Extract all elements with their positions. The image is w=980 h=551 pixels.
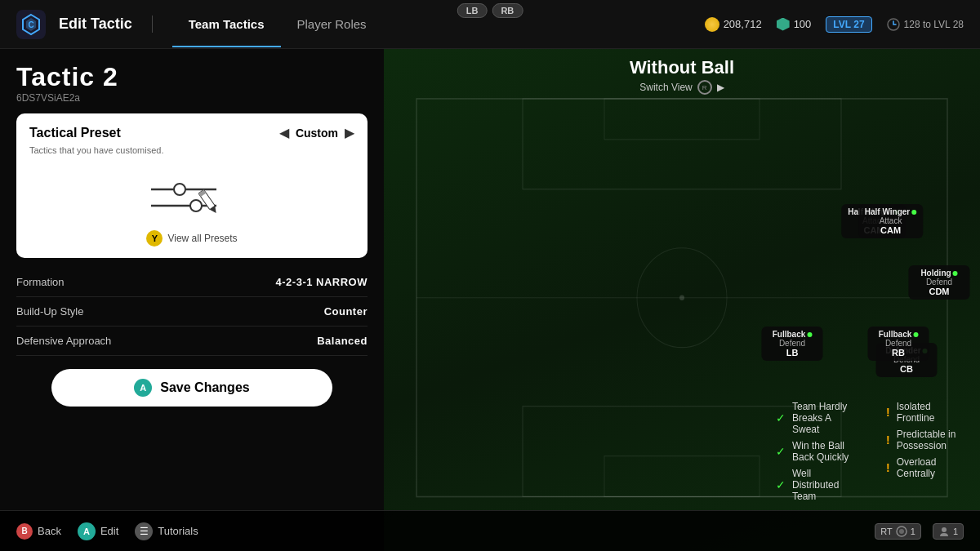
buildup-row[interactable]: Build-Up Style Counter [16,297,368,327]
preset-card-header: Tactical Preset ◀ Custom ▶ [29,125,354,140]
xp-badge: 128 to LVL 28 [887,18,964,31]
xp-icon [887,18,900,31]
preset-next-arrow[interactable]: ▶ [345,125,354,140]
xp-text: 128 to LVL 28 [904,19,964,30]
svg-rect-15 [604,456,760,497]
svg-text:C: C [28,20,33,29]
insights-area: ✓ Team Hardly Breaks A Sweat ✓ Win the B… [776,401,964,507]
buildup-label: Build-Up Style [16,305,83,318]
view-all-presets[interactable]: Y View all Presets [29,230,354,247]
insight-good-3: ✓ Well Distributed Team [776,468,853,502]
cam-right-role: Half Winger [865,207,916,216]
page-title: Edit Tactic [59,16,153,33]
a-button-edit: A [78,522,96,540]
app-logo: C [16,10,46,39]
bottom-bar: B Back A Edit ☰ Tutorials RT 1 1 [0,510,980,551]
rb-pos: RB [875,348,923,358]
formation-row[interactable]: Formation 4-2-3-1 NARROW [16,268,368,297]
player-cam-right[interactable]: Half Winger Attack CAM [858,204,923,238]
defensive-row[interactable]: Defensive Approach Balanced [16,327,368,356]
svg-point-6 [190,200,202,211]
shield-icon [777,18,790,31]
back-label: Back [38,525,61,537]
tokens-display: 100 [777,18,812,31]
cam-right-style: Attack [865,216,916,225]
preset-graphic [143,169,241,226]
b-button: B [16,523,33,540]
save-button[interactable]: A Save Changes [51,369,332,407]
pitch-header: Without Ball Switch View R ▶ [384,57,980,95]
edit-button[interactable]: A Edit [78,522,118,540]
a-button-save: A [134,379,152,397]
view-all-label: View all Presets [167,233,237,244]
player-lb[interactable]: Fullback Defend LB [762,327,823,361]
user-count: 1 [953,527,958,536]
cb-left-pos: CB [883,364,931,374]
switch-view-arrow: ▶ [717,82,724,93]
lb-style: Defend [768,339,817,348]
coin-icon [705,17,719,32]
insight-warn-3-text: Overload Centrally [897,456,964,479]
defensive-value: Balanced [317,335,368,347]
preset-name: Custom [296,127,338,140]
coins-value: 208,712 [724,18,762,30]
tab-player-roles[interactable]: Player Roles [281,11,383,38]
player-cdm-left[interactable]: Holding Defend CDM [909,265,970,300]
warn-icon-2: ! [886,433,890,447]
back-button[interactable]: B Back [16,523,61,540]
lb-rb-bar: LB RB [457,3,523,18]
insight-good-1: ✓ Team Hardly Breaks A Sweat [776,401,853,435]
cam-right-pos: CAM [865,225,916,235]
svg-rect-13 [604,99,760,140]
preset-nav: ◀ Custom ▶ [279,125,354,140]
lb-button[interactable]: LB [457,3,488,18]
preset-prev-arrow[interactable]: ◀ [279,125,289,140]
save-label: Save Changes [160,380,249,395]
formation-value: 4-2-3-1 NARROW [276,276,368,288]
switch-view-label: Switch View [639,82,692,93]
insight-warn-1: ! Isolated Frontline [886,401,964,424]
lb-pos: LB [768,348,817,358]
svg-point-20 [942,527,947,532]
buildup-value: Counter [324,305,368,318]
cdm-left-role: Holding [915,269,964,278]
rb-style: Defend [875,339,923,348]
tokens-value: 100 [794,18,812,30]
player-rb[interactable]: Fullback Defend RB [868,327,929,361]
insight-good-2-text: Win the Ball Back Quickly [792,440,853,463]
bottom-right: RT 1 1 [875,523,964,540]
preset-icon-area [29,165,354,230]
lb-role: Fullback [768,330,817,339]
insights-good: ✓ Team Hardly Breaks A Sweat ✓ Win the B… [776,401,853,507]
check-icon-2: ✓ [776,445,786,458]
insight-warn-2-text: Predictable in Possession [897,429,964,451]
right-panel: Without Ball Switch View R ▶ nced Forwar… [384,49,980,551]
insights-warn: ! Isolated Frontline ! Predictable in Po… [886,401,964,507]
svg-point-4 [174,184,185,195]
menu-icon: ☰ [135,522,153,540]
warn-icon-1: ! [886,406,890,419]
svg-point-19 [899,529,904,534]
cam-right-dot [911,210,916,215]
rb-button[interactable]: RB [492,3,523,18]
rb-dot [913,332,918,337]
preset-title: Tactical Preset [29,126,121,140]
rt-count: 1 [911,527,915,536]
header-tabs: Team Tactics Player Roles [172,11,383,38]
preset-description: Tactics that you have customised. [29,145,354,155]
level-badge: LVL 27 [826,16,871,33]
insight-warn-1-text: Isolated Frontline [897,401,964,424]
lb-dot [807,332,812,337]
switch-view[interactable]: Switch View R ▶ [384,80,980,95]
r-button: R [697,80,712,95]
rt-badge: RT 1 [875,523,921,540]
lt-icon [896,526,907,537]
tutorials-button[interactable]: ☰ Tutorials [135,522,198,540]
rt-label: RT [880,527,892,536]
tab-team-tactics[interactable]: Team Tactics [172,11,281,38]
insight-warn-3: ! Overload Centrally [886,456,964,479]
y-button: Y [146,230,163,247]
insight-good-2: ✓ Win the Ball Back Quickly [776,440,853,463]
rb-role: Fullback [875,330,923,339]
insight-good-3-text: Well Distributed Team [792,468,853,502]
